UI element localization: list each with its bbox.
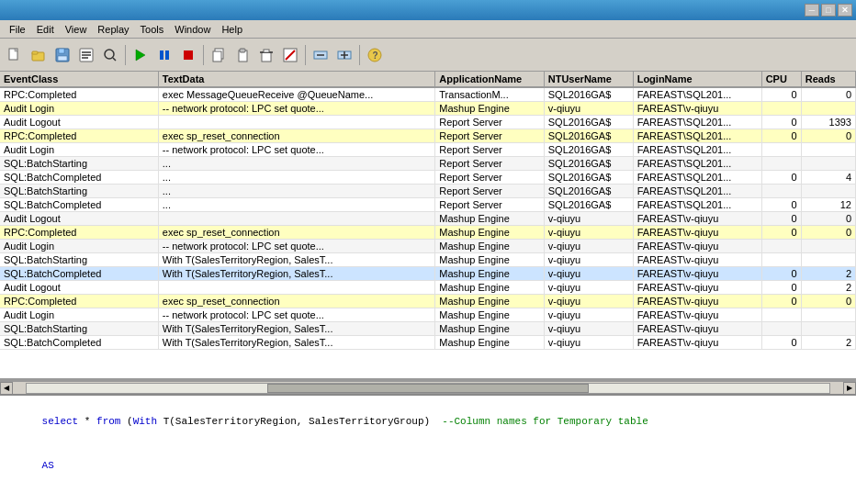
save-button[interactable] bbox=[51, 44, 73, 66]
maximize-button[interactable]: □ bbox=[821, 4, 836, 17]
table-cell bbox=[761, 322, 801, 336]
new-button[interactable] bbox=[4, 44, 26, 66]
col-header-textdata[interactable]: TextData bbox=[158, 72, 435, 87]
table-cell bbox=[801, 185, 855, 198]
table-row[interactable]: SQL:BatchStartingWith T(SalesTerritoryRe… bbox=[0, 253, 856, 267]
menu-help[interactable]: Help bbox=[216, 22, 248, 37]
delete-button[interactable] bbox=[255, 44, 277, 66]
table-row[interactable]: Audit LogoutMashup Enginev-qiuyuFAREAST\… bbox=[0, 212, 856, 226]
table-cell: SQL2016GA$ bbox=[544, 185, 633, 198]
table-row[interactable]: Audit Login-- network protocol: LPC set … bbox=[0, 308, 856, 322]
table-cell: 1393 bbox=[801, 116, 855, 129]
copy-button[interactable] bbox=[208, 44, 230, 66]
menu-view[interactable]: View bbox=[60, 22, 93, 37]
table-cell bbox=[801, 157, 855, 171]
trace-table-area[interactable]: EventClass TextData ApplicationName NTUs… bbox=[0, 72, 856, 381]
sql-line-3: SELECT SalesTerritoryRegion,SalesTerrito… bbox=[6, 487, 850, 504]
table-row[interactable]: SQL:BatchCompleted...Report ServerSQL201… bbox=[0, 171, 856, 185]
table-cell: 2 bbox=[801, 281, 855, 295]
hscroll-thumb[interactable] bbox=[267, 384, 589, 393]
table-row[interactable]: SQL:BatchCompletedWith T(SalesTerritoryR… bbox=[0, 267, 856, 281]
table-cell: SQL:BatchStarting bbox=[0, 253, 158, 267]
col-header-ntuser[interactable]: NTUserName bbox=[544, 72, 633, 87]
table-cell: FAREAST\SQL201... bbox=[633, 87, 761, 102]
table-row[interactable]: Audit Login-- network protocol: LPC set … bbox=[0, 240, 856, 253]
table-row[interactable]: SQL:BatchCompletedWith T(SalesTerritoryR… bbox=[0, 336, 856, 350]
table-cell: SQL:BatchCompleted bbox=[0, 171, 158, 185]
toolbar-sep-2 bbox=[203, 45, 204, 65]
minimize-button[interactable]: ─ bbox=[805, 4, 819, 17]
stop-button[interactable] bbox=[177, 44, 199, 66]
table-cell: With T(SalesTerritoryRegion, SalesT... bbox=[158, 253, 435, 267]
table-cell: SQL:BatchCompleted bbox=[0, 198, 158, 212]
table-cell: 0 bbox=[761, 171, 801, 185]
zoom-out-button[interactable] bbox=[333, 44, 355, 66]
table-cell: FAREAST\v-qiuyu bbox=[633, 212, 761, 226]
scroll-left-button[interactable]: ◀ bbox=[0, 382, 13, 395]
clear-button[interactable] bbox=[279, 44, 301, 66]
scroll-right-button[interactable]: ▶ bbox=[843, 382, 856, 395]
table-row[interactable]: Audit Login-- network protocol: LPC set … bbox=[0, 143, 856, 157]
table-cell: Report Server bbox=[435, 157, 544, 171]
table-cell: v-qiuyu bbox=[544, 308, 633, 322]
toolbar-sep-4 bbox=[359, 45, 360, 65]
col-header-cpu[interactable]: CPU bbox=[761, 72, 801, 87]
table-cell: v-qiuyu bbox=[544, 253, 633, 267]
col-header-reads[interactable]: Reads bbox=[801, 72, 855, 87]
table-cell: FAREAST\SQL201... bbox=[633, 171, 761, 185]
sql-text-panel[interactable]: select * from (With T(SalesTerritoryRegi… bbox=[0, 394, 856, 504]
horizontal-scrollbar[interactable]: ◀ ▶ bbox=[0, 381, 856, 394]
table-cell: 0 bbox=[761, 267, 801, 281]
menu-replay[interactable]: Replay bbox=[92, 22, 134, 37]
table-cell: -- network protocol: LPC set quote... bbox=[158, 308, 435, 322]
table-row[interactable]: RPC:Completedexec sp_reset_connectionRep… bbox=[0, 129, 856, 143]
col-header-eventclass[interactable]: EventClass bbox=[0, 72, 158, 87]
col-header-appname[interactable]: ApplicationName bbox=[435, 72, 544, 87]
table-cell: Mashup Engine bbox=[435, 267, 544, 281]
table-row[interactable]: Audit LogoutMashup Enginev-qiuyuFAREAST\… bbox=[0, 281, 856, 295]
start-button[interactable] bbox=[130, 44, 152, 66]
table-row[interactable]: Audit Login-- network protocol: LPC set … bbox=[0, 102, 856, 116]
table-row[interactable]: SQL:BatchStartingWith T(SalesTerritoryRe… bbox=[0, 322, 856, 336]
menu-edit[interactable]: Edit bbox=[31, 22, 60, 37]
sql-line-1: select * from (With T(SalesTerritoryRegi… bbox=[6, 399, 850, 443]
menu-tools[interactable]: Tools bbox=[135, 22, 170, 37]
table-row[interactable]: RPC:Completedexec sp_reset_connectionMas… bbox=[0, 295, 856, 308]
close-button[interactable]: ✕ bbox=[838, 4, 852, 17]
table-row[interactable]: SQL:BatchStarting...Report ServerSQL2016… bbox=[0, 185, 856, 198]
table-row[interactable]: RPC:Completedexec MessageQueueReceive @Q… bbox=[0, 87, 856, 102]
menu-window[interactable]: Window bbox=[169, 22, 216, 37]
table-row[interactable]: SQL:BatchCompleted...Report ServerSQL201… bbox=[0, 198, 856, 212]
svg-rect-3 bbox=[32, 51, 38, 54]
properties-button[interactable] bbox=[75, 44, 97, 66]
table-cell: 2 bbox=[801, 336, 855, 350]
hscroll-track[interactable] bbox=[26, 383, 830, 394]
table-cell: With T(SalesTerritoryRegion, SalesT... bbox=[158, 267, 435, 281]
table-cell bbox=[801, 322, 855, 336]
pause-button[interactable] bbox=[153, 44, 175, 66]
col-header-login[interactable]: LoginName bbox=[633, 72, 761, 87]
table-cell: FAREAST\SQL201... bbox=[633, 129, 761, 143]
table-cell: SQL:BatchCompleted bbox=[0, 267, 158, 281]
table-row[interactable]: Audit LogoutReport ServerSQL2016GA$FAREA… bbox=[0, 116, 856, 129]
menu-file[interactable]: File bbox=[4, 22, 31, 37]
table-cell: 4 bbox=[801, 171, 855, 185]
table-row[interactable]: RPC:Completedexec sp_reset_connectionMas… bbox=[0, 226, 856, 240]
table-cell: Audit Logout bbox=[0, 116, 158, 129]
table-cell: v-qiuyu bbox=[544, 281, 633, 295]
open-button[interactable] bbox=[28, 44, 50, 66]
table-cell: FAREAST\SQL201... bbox=[633, 143, 761, 157]
table-cell bbox=[158, 116, 435, 129]
table-row[interactable]: SQL:BatchStarting...Report ServerSQL2016… bbox=[0, 157, 856, 171]
find-button[interactable] bbox=[99, 44, 121, 66]
paste-button[interactable] bbox=[231, 44, 253, 66]
table-cell: 0 bbox=[801, 129, 855, 143]
zoom-in-button[interactable] bbox=[310, 44, 332, 66]
table-cell: 0 bbox=[761, 198, 801, 212]
svg-point-11 bbox=[105, 50, 114, 59]
help-button[interactable]: ? bbox=[364, 44, 386, 66]
table-cell: FAREAST\v-qiuyu bbox=[633, 308, 761, 322]
table-cell: 0 bbox=[801, 226, 855, 240]
table-cell: exec sp_reset_connection bbox=[158, 226, 435, 240]
table-cell: 0 bbox=[761, 281, 801, 295]
